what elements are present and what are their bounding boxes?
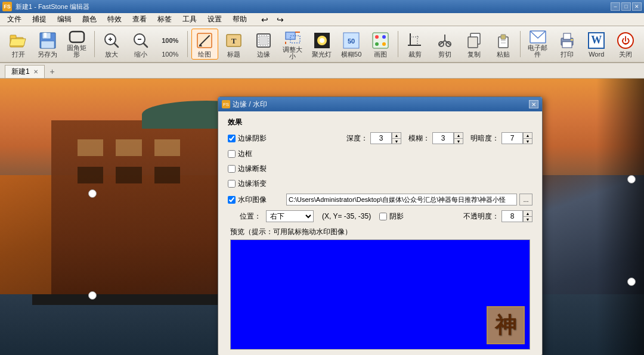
menu-capture[interactable]: 捕提 bbox=[27, 13, 51, 26]
undo-button[interactable]: ↩ bbox=[258, 13, 272, 27]
menu-effects[interactable]: 特效 bbox=[103, 13, 126, 26]
opacity-input[interactable] bbox=[501, 210, 523, 222]
edge-shadow-checkbox-label[interactable]: 边缘阴影 bbox=[228, 133, 281, 144]
open-button[interactable]: 打开 bbox=[5, 29, 32, 60]
edge-shadow-checkbox[interactable] bbox=[228, 135, 236, 142]
menu-tags[interactable]: 标签 bbox=[153, 13, 177, 26]
tab-close-button[interactable]: ✕ bbox=[33, 68, 38, 75]
svg-rect-21 bbox=[259, 36, 268, 45]
menu-color[interactable]: 颜色 bbox=[78, 13, 101, 26]
scroll-indicator-top[interactable] bbox=[88, 189, 97, 198]
spotlight-icon bbox=[312, 31, 332, 50]
border-row: 边框 bbox=[228, 149, 532, 159]
shadow-checkbox[interactable] bbox=[379, 213, 387, 220]
bridge bbox=[32, 294, 225, 306]
redo-button[interactable]: ↪ bbox=[273, 13, 287, 27]
svg-rect-53 bbox=[564, 33, 571, 39]
opacity-down[interactable]: ▼ bbox=[523, 216, 532, 222]
window3 bbox=[154, 139, 180, 156]
svg-rect-46 bbox=[468, 37, 478, 48]
edge-button[interactable]: 边缘 bbox=[250, 29, 277, 60]
depth-spin-buttons: ▲ ▼ bbox=[392, 132, 401, 144]
rounded-rect-label: 圆角矩形 bbox=[65, 45, 88, 58]
copy-button[interactable]: 复制 bbox=[460, 29, 487, 60]
word-button[interactable]: W Word bbox=[583, 29, 610, 60]
cut-button[interactable]: 剪切 bbox=[431, 29, 458, 60]
new-tab-button[interactable]: + bbox=[46, 65, 59, 78]
preview-section: 预览（提示：可用鼠标拖动水印图像） 神 bbox=[228, 227, 532, 350]
scroll-indicator-right-bottom[interactable] bbox=[627, 278, 636, 286]
darkness-label: 明暗度： bbox=[470, 133, 499, 144]
blur-up[interactable]: ▲ bbox=[454, 132, 463, 138]
edge-fade-checkbox-label[interactable]: 边缘渐变 bbox=[228, 179, 281, 189]
depth-input[interactable] bbox=[370, 132, 392, 144]
border-checkbox[interactable] bbox=[228, 150, 236, 158]
resize-button[interactable]: 调整大小 bbox=[279, 29, 306, 60]
draw-button[interactable]: 绘图 bbox=[191, 29, 218, 60]
blur-button[interactable]: 50 横糊50 bbox=[338, 29, 365, 60]
menu-file[interactable]: 文件 bbox=[2, 13, 26, 26]
edge-fade-checkbox[interactable] bbox=[228, 180, 236, 188]
blur-group: 模糊： ▲ ▼ bbox=[408, 132, 463, 144]
opacity-spin-buttons: ▲ ▼ bbox=[523, 210, 532, 222]
menu-settings[interactable]: 设置 bbox=[203, 13, 227, 26]
svg-line-11 bbox=[114, 43, 118, 47]
depth-down[interactable]: ▼ bbox=[392, 138, 401, 144]
darkness-up[interactable]: ▲ bbox=[523, 132, 532, 138]
app-close-button[interactable]: ⏻ 关闭 bbox=[612, 29, 639, 60]
crop-icon bbox=[405, 31, 425, 50]
svg-rect-1 bbox=[10, 35, 16, 39]
paint-label: 画图 bbox=[374, 51, 387, 58]
watermark-checkbox[interactable] bbox=[228, 196, 236, 204]
zoom-out-button[interactable]: 缩小 bbox=[128, 29, 154, 60]
shadow-checkbox-label[interactable]: 阴影 bbox=[379, 211, 404, 222]
menu-edit[interactable]: 编辑 bbox=[52, 13, 76, 26]
edge-crack-row: 边缘断裂 bbox=[228, 164, 532, 174]
depth-up[interactable]: ▲ bbox=[392, 132, 401, 138]
email-button[interactable]: 电子邮件 bbox=[524, 29, 551, 60]
spotlight-button[interactable]: 聚光灯 bbox=[308, 29, 335, 60]
opacity-up[interactable]: ▲ bbox=[523, 210, 532, 216]
watermark-text: 水印图像 bbox=[238, 195, 267, 205]
paste-button[interactable]: 粘贴 bbox=[490, 29, 516, 60]
svg-rect-5 bbox=[44, 33, 47, 38]
border-checkbox-label[interactable]: 边框 bbox=[228, 149, 281, 159]
maximize-button[interactable]: □ bbox=[621, 2, 631, 11]
edge-crack-checkbox-label[interactable]: 边缘断裂 bbox=[228, 164, 281, 174]
minimize-button[interactable]: – bbox=[611, 2, 620, 11]
edge-crack-checkbox[interactable] bbox=[228, 165, 236, 173]
window5 bbox=[116, 167, 141, 183]
watermark-browse-button[interactable]: ... bbox=[519, 194, 532, 205]
menu-view[interactable]: 查看 bbox=[128, 13, 151, 26]
menu-bar: 文件 捕提 编辑 颜色 特效 查看 标签 工具 设置 帮助 ↩ ↪ bbox=[0, 13, 644, 26]
zoom-in-button[interactable]: 放大 bbox=[98, 29, 125, 60]
menu-help[interactable]: 帮助 bbox=[228, 13, 252, 26]
blur-input[interactable] bbox=[432, 132, 454, 144]
position-select[interactable]: 右下 左上 中上 右上 左中 居中 右中 左下 中下 bbox=[266, 210, 314, 222]
watermark-checkbox-label[interactable]: 水印图像 bbox=[228, 195, 281, 205]
print-button[interactable]: 打印 bbox=[553, 29, 580, 60]
darkness-input[interactable] bbox=[501, 132, 523, 144]
titlebar-close-button[interactable]: ✕ bbox=[632, 2, 642, 11]
watermark-preview-image[interactable]: 神 bbox=[487, 306, 525, 344]
opacity-spin: ▲ ▼ bbox=[501, 210, 532, 222]
save-as-button[interactable]: 另存为 bbox=[34, 29, 61, 60]
menu-tools[interactable]: 工具 bbox=[178, 13, 202, 26]
watermark-path-input[interactable] bbox=[286, 194, 517, 205]
title-bar-left: FS 新建1 - FastStone 编辑器 bbox=[2, 2, 89, 11]
modal-close-button[interactable]: ✕ bbox=[529, 100, 538, 108]
effects-section-label: 效果 bbox=[228, 117, 532, 127]
label-button[interactable]: T 标题 bbox=[221, 29, 247, 60]
crop-button[interactable]: 裁剪 bbox=[402, 29, 429, 60]
rounded-rect-button[interactable]: 圆角矩形 bbox=[63, 29, 90, 60]
darkness-spin-buttons: ▲ ▼ bbox=[523, 132, 532, 144]
zoom-100-button[interactable]: 100% 100% bbox=[157, 29, 184, 60]
close-label: 关闭 bbox=[619, 51, 632, 58]
tab-new1[interactable]: 新建1 ✕ bbox=[5, 65, 45, 78]
zoom-out-icon bbox=[131, 31, 150, 50]
copy-label: 复制 bbox=[467, 51, 481, 58]
darkness-down[interactable]: ▼ bbox=[523, 138, 532, 144]
resize-icon bbox=[283, 29, 302, 45]
blur-down[interactable]: ▼ bbox=[454, 138, 463, 144]
paint-button[interactable]: 画图 bbox=[367, 29, 394, 60]
